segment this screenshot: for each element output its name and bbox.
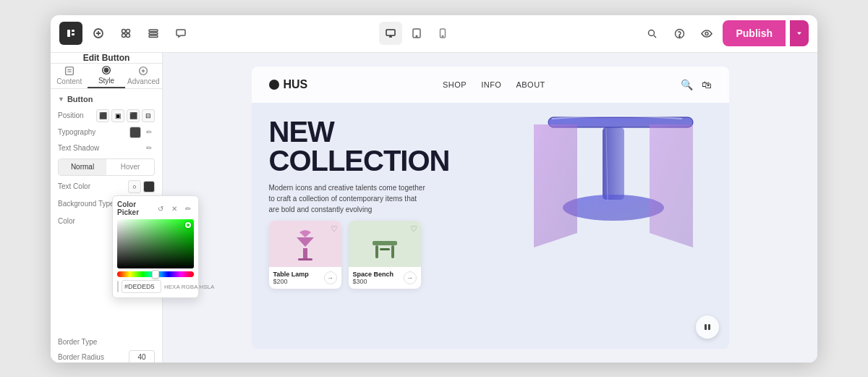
svg-rect-37 xyxy=(303,248,307,258)
tablet-mode-button[interactable] xyxy=(405,22,428,45)
hexa-mode-tab[interactable]: HEXA xyxy=(164,284,180,290)
site-cart-icon[interactable]: 🛍 xyxy=(702,79,712,90)
text-color-swatch[interactable] xyxy=(143,181,155,192)
svg-line-21 xyxy=(654,35,656,38)
tab-advanced[interactable]: Advanced xyxy=(125,64,162,88)
top-bar-left xyxy=(59,22,192,45)
svg-rect-11 xyxy=(149,33,158,35)
hex-input[interactable] xyxy=(122,280,161,293)
svg-point-17 xyxy=(416,35,417,37)
svg-point-7 xyxy=(127,30,130,33)
help-icon-button[interactable] xyxy=(668,22,691,45)
svg-point-19 xyxy=(442,35,443,37)
edit-panel: Edit Button Content Style xyxy=(51,53,163,363)
logo-dot xyxy=(269,80,279,90)
top-bar: Publish xyxy=(51,15,817,53)
typography-row: Typography ✏ xyxy=(58,127,155,138)
svg-rect-25 xyxy=(65,67,73,75)
heart-icon-2[interactable]: ♡ xyxy=(410,224,417,234)
product-arrow-2[interactable]: → xyxy=(404,271,417,284)
color-picker-close-button[interactable]: ✕ xyxy=(169,203,180,214)
product-card-1: ♡ Table xyxy=(269,221,341,289)
hue-cursor[interactable] xyxy=(152,270,159,279)
border-type-row: Border Type xyxy=(58,338,155,346)
search-icon-button[interactable] xyxy=(640,22,663,45)
align-left-button[interactable]: ⬛ xyxy=(96,109,109,122)
svg-point-29 xyxy=(104,68,108,72)
tab-style[interactable]: Style xyxy=(88,64,124,88)
typography-edit-button[interactable]: ✏ xyxy=(143,127,155,138)
eye-icon-button[interactable] xyxy=(695,22,718,45)
desktop-mode-button[interactable] xyxy=(379,22,402,45)
structure-button[interactable] xyxy=(142,22,165,45)
nav-about[interactable]: ABOUT xyxy=(516,80,545,89)
gradient-cursor[interactable] xyxy=(185,222,191,228)
elementor-icon[interactable] xyxy=(59,22,82,45)
border-radius-input[interactable] xyxy=(129,350,155,363)
hue-bar[interactable] xyxy=(117,271,194,277)
device-switcher xyxy=(379,22,454,45)
hero-title: NEW COLLECTION xyxy=(269,117,428,175)
text-color-row: Text Color ○ xyxy=(58,180,155,193)
tab-content[interactable]: Content xyxy=(51,64,88,88)
panel-tabs: Content Style Advanced xyxy=(51,64,162,89)
svg-rect-35 xyxy=(603,127,624,200)
align-justify-button[interactable]: ⊟ xyxy=(142,109,155,122)
product-card-2: ♡ Space xyxy=(349,221,421,289)
svg-rect-0 xyxy=(67,30,70,37)
publish-button[interactable]: Publish xyxy=(723,20,786,46)
svg-point-23 xyxy=(679,35,680,36)
section-label: ▼ Button xyxy=(58,95,155,103)
nav-shop[interactable]: SHOP xyxy=(443,80,467,89)
state-tabs: Normal Hover xyxy=(58,158,155,176)
site-nav-icons: 🔍 🛍 xyxy=(681,79,712,90)
svg-rect-42 xyxy=(380,248,390,250)
product-card-img-2: ♡ xyxy=(349,221,421,267)
add-element-button[interactable] xyxy=(87,22,110,45)
border-radius-row: Border Radius xyxy=(58,350,155,363)
canvas-area: HUS SHOP INFO ABOUT 🔍 🛍 xyxy=(163,53,817,363)
website-preview: HUS SHOP INFO ABOUT 🔍 🛍 xyxy=(252,67,729,349)
align-center-button[interactable]: ▣ xyxy=(111,109,124,122)
color-picker-popup: Color Picker ↺ ✕ ✏ HE xyxy=(112,195,199,298)
heart-icon-1[interactable]: ♡ xyxy=(331,224,338,234)
typography-controls: ✏ xyxy=(129,127,155,138)
hex-mode-tabs: HEXA RGBA HSLA xyxy=(164,284,214,290)
rgba-mode-tab[interactable]: RGBA xyxy=(182,284,198,290)
site-hero: NEW COLLECTION Modern icons and creative… xyxy=(252,103,729,295)
product-card-info-2: Space Bench $300 → xyxy=(349,267,421,289)
publish-dropdown-button[interactable] xyxy=(790,20,809,46)
text-color-unset-button[interactable]: ○ xyxy=(128,180,141,193)
product-cards: ♡ Table xyxy=(252,221,729,295)
border-section: Border Type Border Radius Box Shadow Pad… xyxy=(51,332,162,363)
svg-rect-40 xyxy=(375,245,378,258)
comments-button[interactable] xyxy=(169,22,192,45)
typography-color-swatch[interactable] xyxy=(129,127,141,138)
nav-info[interactable]: INFO xyxy=(481,80,501,89)
elements-panel-button[interactable] xyxy=(114,22,137,45)
main-area: Edit Button Content Style xyxy=(51,53,817,363)
top-bar-right: Publish xyxy=(640,20,809,46)
site-nav: HUS SHOP INFO ABOUT 🔍 🛍 xyxy=(252,67,729,103)
mobile-mode-button[interactable] xyxy=(431,22,454,45)
svg-point-9 xyxy=(127,34,130,38)
hover-state-tab[interactable]: Hover xyxy=(106,159,154,175)
normal-state-tab[interactable]: Normal xyxy=(59,159,106,175)
color-picker-reset-button[interactable]: ↺ xyxy=(155,203,166,214)
text-shadow-row: Text Shadow ✏ xyxy=(58,143,155,154)
panel-header: Edit Button xyxy=(51,53,162,64)
svg-rect-13 xyxy=(386,30,395,35)
svg-point-36 xyxy=(563,195,664,221)
color-gradient-canvas[interactable] xyxy=(117,219,194,268)
hsla-mode-tab[interactable]: HSLA xyxy=(199,284,214,290)
svg-rect-43 xyxy=(705,324,707,330)
product-card-img-1: ♡ xyxy=(269,221,341,267)
text-shadow-edit-button[interactable]: ✏ xyxy=(143,143,155,154)
pause-button[interactable] xyxy=(696,315,719,339)
product-arrow-1[interactable]: → xyxy=(324,271,337,284)
color-picker-eyedropper-button[interactable]: ✏ xyxy=(182,203,194,214)
align-right-button[interactable]: ⬛ xyxy=(127,109,140,122)
site-nav-links: SHOP INFO ABOUT xyxy=(443,80,545,89)
svg-rect-39 xyxy=(373,241,397,245)
site-search-icon[interactable]: 🔍 xyxy=(681,79,693,90)
